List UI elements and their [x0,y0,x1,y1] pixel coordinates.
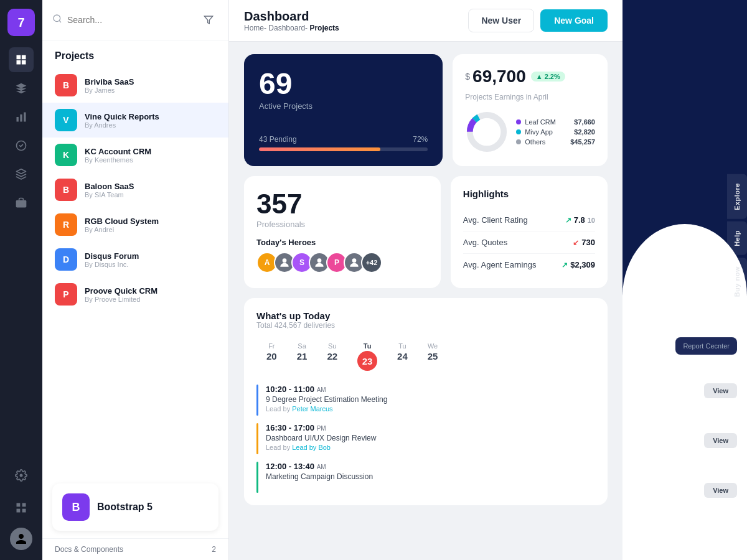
tab-explore[interactable]: Explore [727,174,747,219]
event-content-3: 12:00 - 13:40 AM Marketing Campaign Disc… [266,462,595,481]
project-name-3: Baloon SaaS [85,182,134,191]
project-name-5: Disqus Forum [85,251,139,261]
event-bar-3 [256,462,258,493]
report-center-button[interactable]: Report Cecnter [675,337,737,355]
cal-day-23-today[interactable]: Tu23 [347,338,387,375]
cal-day-24[interactable]: Tu24 [387,338,418,375]
project-name-2: KC Account CRM [85,147,151,156]
view-button-2[interactable]: View [704,433,737,448]
mid-row: 357 Professionals Today's Heroes A S P [244,176,608,288]
project-name-4: RGB Cloud System [85,217,159,226]
professionals-number: 357 [256,189,428,220]
pending-label: 43 Pending [259,135,297,144]
tab-buy-now[interactable]: Buy now [727,258,747,306]
projects-title: Projects [42,40,228,68]
event-lead-link-2[interactable]: Lead by Bob [292,444,331,451]
cal-day-22[interactable]: Su22 [317,338,347,375]
docs-label: Docs & Components [55,545,123,554]
project-list: B Briviba SaaS By James V Vine Quick Rep… [42,68,228,476]
top-row: 69 Active Projects 43 Pending 72% $ [244,54,608,166]
nav-icon-grid2[interactable] [9,495,34,520]
right-sidebar-inner: Explore Help Buy now [622,0,747,560]
cal-day-25[interactable]: We25 [418,338,448,375]
project-info-0: Briviba SaaS By James [85,77,134,94]
view-button-1[interactable]: View [704,383,737,398]
project-item-5[interactable]: D Disqus Forum By Disqus Inc. [42,242,228,277]
docs-row[interactable]: Docs & Components 2 [42,538,228,560]
event-list: 10:20 - 11:00 AM 9 Degree Project Estima… [256,385,595,493]
bootstrap-icon: B [62,493,90,521]
filter-button[interactable] [199,10,218,30]
project-logo-4: R [55,213,77,236]
event-title-2: Dashboard UI/UX Design Review [266,434,595,442]
project-by-4: By Andrei [85,226,159,233]
main-content: Dashboard Home- Dashboard- Projects New … [229,0,622,560]
icon-sidebar: 7 [0,0,42,560]
cal-day-21[interactable]: Sa21 [287,338,317,375]
whatsup-title: What's up Today [256,310,595,321]
project-item-4[interactable]: R RGB Cloud System By Andrei [42,207,228,242]
event-lead-link-1[interactable]: Peter Marcus [292,405,332,413]
nav-icon-chart[interactable] [9,105,34,129]
calendar-days: Fr20 Sa21 Su22 Tu23 Tu24 We25 [256,338,595,375]
earnings-amount-row: $ 69,700 ▲ 2.2% [465,67,595,86]
project-item-2[interactable]: K KC Account CRM By Keenthemes [42,138,228,172]
earnings-dollar: $ [465,72,470,82]
docs-count: 2 [212,545,216,554]
project-logo-6: P [55,283,77,306]
event-title-1: 9 Degree Project Estimation Meeting [266,395,595,404]
project-name-1: Vine Quick Reports [85,112,159,121]
active-projects-label: Active Projects [259,101,428,111]
event-time-1: 10:20 - 11:00 AM [266,385,595,394]
search-bar [42,0,228,40]
project-by-5: By Disqus Inc. [85,261,139,268]
breadcrumb-crumbs: Home- Dashboard- Projects [244,24,339,32]
project-name-6: Proove Quick CRM [85,286,157,296]
project-item-3[interactable]: B Baloon SaaS By SIA Team [42,172,228,207]
header-actions: New User New Goal [468,9,608,32]
new-user-button[interactable]: New User [468,9,534,32]
nav-icon-settings[interactable] [9,463,34,488]
left-panel: Projects B Briviba SaaS By James V Vine … [42,0,229,560]
search-input[interactable] [67,15,194,25]
tab-help[interactable]: Help [727,222,747,255]
event-bar-1 [256,385,258,416]
heroes-label: Today's Heroes [256,238,428,247]
project-info-6: Proove Quick CRM By Proove Limited [85,286,157,303]
svg-point-15 [352,258,357,263]
svg-rect-7 [22,509,26,513]
cal-day-20[interactable]: Fr20 [256,338,287,375]
event-content-1: 10:20 - 11:00 AM 9 Degree Project Estima… [266,385,595,413]
new-goal-button[interactable]: New Goal [540,9,608,32]
project-item-1[interactable]: V Vine Quick Reports By Andres [42,103,228,138]
avatars-row: A S P +42 [256,252,428,273]
nav-icon-layers[interactable] [9,76,34,101]
whatsup-card: What's up Today Total 424,567 deliveries… [244,298,608,505]
active-projects-number: 69 [259,69,428,99]
event-item-2: 16:30 - 17:00 PM Dashboard UI/UX Design … [256,423,595,454]
view-button-3[interactable]: View [704,483,737,498]
project-item-6[interactable]: P Proove Quick CRM By Proove Limited [42,277,228,312]
card-highlights: Highlights Avg. Client Rating ↗ 7.8 10 A… [451,176,608,288]
user-avatar-bottom[interactable] [10,528,32,550]
event-content-2: 16:30 - 17:00 PM Dashboard UI/UX Design … [266,423,595,451]
event-lead-2: Lead by Lead by Bob [266,444,595,451]
nav-icon-briefcase[interactable] [9,190,34,215]
dashboard-body: 69 Active Projects 43 Pending 72% $ [229,42,622,560]
highlight-row-3: Avg. Agent Earnings ↗ $2,309 [463,254,595,276]
event-item-3: 12:00 - 13:40 AM Marketing Campaign Disc… [256,462,595,493]
project-info-2: KC Account CRM By Keenthemes [85,147,151,164]
user-avatar-number[interactable]: 7 [7,9,35,36]
project-logo-5: D [55,248,77,271]
svg-rect-5 [22,503,26,507]
nav-icon-check[interactable] [9,133,34,158]
earnings-badge: ▲ 2.2% [531,72,565,82]
highlight-row-1: Avg. Client Rating ↗ 7.8 10 [463,209,595,231]
pending-pct: 72% [413,135,428,144]
nav-icon-stack[interactable] [9,162,34,187]
project-item-0[interactable]: B Briviba SaaS By James [42,68,228,103]
nav-icon-grid[interactable] [9,47,34,72]
project-by-0: By James [85,86,134,94]
earnings-subtitle: Projects Earnings in April [465,93,595,101]
search-icon [52,14,62,26]
